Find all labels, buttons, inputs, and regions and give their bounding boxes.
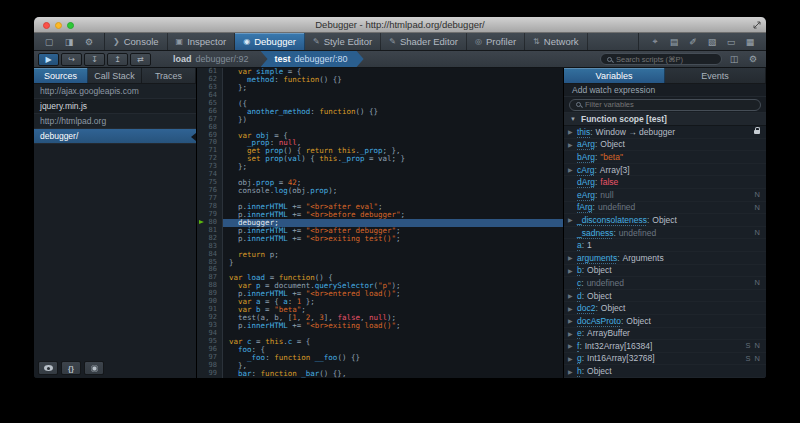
variable-name[interactable]: dArg [577,177,595,187]
close-window-button[interactable] [43,22,50,29]
tab-debugger[interactable]: ◉Debugger [235,33,305,50]
variable-name[interactable]: aArg [577,139,595,149]
dock-side-icon[interactable]: ◨ [60,35,78,49]
expand-arrow-icon[interactable]: ▶ [568,330,577,337]
variable-row[interactable]: ▶b:Object [564,265,766,278]
variable-name[interactable]: docAsProto [577,316,621,326]
gutter-line-number[interactable]: 99 [197,370,222,378]
expand-arrow-icon[interactable]: ▶ [568,317,577,324]
variable-name[interactable]: doc2 [577,303,595,313]
variable-name[interactable]: this [577,127,590,137]
variable-row[interactable]: ▶doc2:Object [564,302,766,315]
expand-arrow-icon[interactable]: ▶ [568,305,577,312]
debugger-options-gear-icon[interactable]: ⚙ [746,53,760,66]
variable-row[interactable]: ▶_disconsolateness:Object [564,214,766,227]
step-over-button[interactable]: ↪ [61,53,82,66]
variable-row[interactable]: ▶h:Object [564,365,766,378]
app-grid-icon[interactable]: ▦ [742,35,758,49]
code-line[interactable]: console.log(obj.prop); [223,187,563,195]
variable-row[interactable]: _sadness:undefinedN [564,227,766,240]
expand-arrow-icon[interactable]: ▶ [568,128,577,135]
editor-code-area[interactable]: var simple = { method: function() {} }; … [223,68,563,378]
variable-row[interactable]: ▶f:Int32Array[16384]SN [564,340,766,353]
sources-tab-traces[interactable]: Traces [142,68,196,83]
step-in-button[interactable]: ↧ [84,53,105,66]
expand-arrow-icon[interactable]: ▶ [568,254,577,261]
code-line[interactable]: method: function() {} [223,76,563,84]
tab-inspector[interactable]: ▣Inspector [168,33,236,50]
add-watch-expression[interactable]: Add watch expression [564,84,766,97]
toggle-breakpoints-button[interactable] [84,361,104,375]
tilt-3d-icon[interactable]: ▧ [704,35,720,49]
code-line[interactable]: set prop(val) { this._prop = val; } [223,155,563,163]
variables-tab-events[interactable]: Events [665,68,766,83]
source-item[interactable]: debugger/ [34,129,196,144]
resize-icon[interactable] [753,21,761,29]
code-line[interactable]: }) [223,116,563,124]
expand-arrow-icon[interactable]: ▶ [568,141,577,148]
variable-row[interactable]: eArg:nullN [564,189,766,202]
variable-row[interactable]: ▶arguments:Arguments [564,252,766,265]
pick-element-icon[interactable]: ⌖ [647,35,663,49]
variable-row[interactable]: ▶docAsProto:Object [564,315,766,328]
window-titlebar[interactable]: Debugger - http://htmlpad.org/debugger/ [34,17,766,33]
tab-profiler[interactable]: ◎Profiler [467,33,525,50]
responsive-mode-icon[interactable]: ▭ [723,35,739,49]
expand-arrow-icon[interactable]: ▶ [568,166,577,173]
variable-row[interactable]: ▶cArg:Array[3] [564,164,766,177]
variable-name[interactable]: cArg [577,165,594,175]
expand-arrow-icon[interactable]: ▶ [568,216,577,223]
variable-row[interactable]: bArg:"beta" [564,151,766,164]
options-gear-icon[interactable]: ⚙ [80,35,98,49]
source-item[interactable]: http://htmlpad.org [34,114,196,129]
expand-arrow-icon[interactable]: ▶ [568,342,577,349]
filter-variables-input[interactable] [585,100,754,109]
variable-name[interactable]: eArg [577,190,595,200]
variable-row[interactable]: ▶g:Int16Array[32768]SN [564,353,766,366]
code-line[interactable]: p.innerHTML += "<br>exiting load()"; [223,322,563,330]
tab-network[interactable]: ⇅Network [525,33,588,50]
scope-header[interactable]: ▼ Function scope [test] [564,113,766,126]
panel-toggle-icon[interactable]: ◫ [727,53,741,66]
toggle-tracing-button[interactable]: ⇄ [130,53,151,66]
code-line[interactable]: }; [223,163,563,171]
variable-row[interactable]: a:1 [564,239,766,252]
code-line[interactable]: var c = this.c = { [223,338,563,346]
source-item[interactable]: http://ajax.googleapis.com [34,84,196,99]
variable-name[interactable]: _disconsolateness [577,215,647,225]
variable-row[interactable]: ▶e:ArrayBuffer [564,328,766,341]
step-out-button[interactable]: ↥ [107,53,128,66]
expand-arrow-icon[interactable]: ▶ [568,355,577,362]
code-line[interactable] [223,92,563,100]
resume-button[interactable]: ▶ [38,53,59,66]
tab-shader-editor[interactable]: ✎Shader Editor [381,33,467,50]
variable-row[interactable]: c:undefinedN [564,277,766,290]
search-scripts-input[interactable] [616,55,715,64]
tab-console[interactable]: ❯Console [105,33,168,50]
sources-tab-call-stack[interactable]: Call Stack [88,68,142,83]
pretty-print-button[interactable]: {} [61,361,81,375]
code-line[interactable]: _foo: function __foo() {} [223,354,563,362]
code-line[interactable]: }; [223,84,563,92]
variable-name[interactable]: arguments [577,253,617,263]
variable-row[interactable]: ▶aArg:Object [564,139,766,152]
tab-style-editor[interactable]: ✎Style Editor [305,33,381,50]
stack-frame-test[interactable]: testdebugger/:80 [261,51,364,67]
zoom-window-button[interactable] [67,22,74,29]
code-line[interactable]: another_method: function() {} [223,108,563,116]
variable-name[interactable]: bArg [577,152,595,162]
variable-row[interactable]: ▶this:Window → debugger [564,126,766,139]
expand-arrow-icon[interactable]: ▶ [568,267,577,274]
variable-row[interactable]: dArg:false [564,176,766,189]
expand-arrow-icon[interactable]: ▶ [568,368,577,375]
code-line[interactable]: p.innerHTML += "<br>exiting test()"; [223,235,563,243]
eyedropper-icon[interactable]: ✐ [685,35,701,49]
variable-row[interactable]: ▶d:Object [564,290,766,303]
dock-window-icon[interactable]: ▢ [40,35,58,49]
code-line[interactable]: } [223,259,563,267]
variables-tab-variables[interactable]: Variables [564,68,665,83]
code-line[interactable]: bar: function _bar() {}, [223,370,563,378]
sources-tab-sources[interactable]: Sources [34,68,88,83]
variable-name[interactable]: _sadness [577,228,613,238]
minimize-window-button[interactable] [55,22,62,29]
